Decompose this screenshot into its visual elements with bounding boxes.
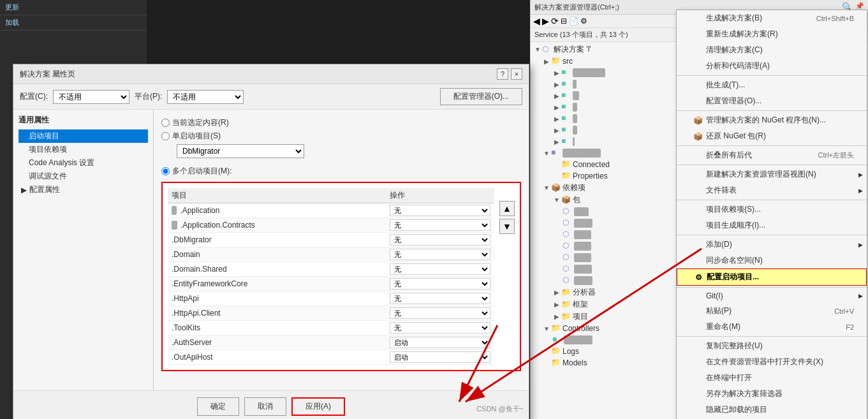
dialog-left-item-debugsources[interactable]: 调试源文件 — [18, 170, 148, 183]
table-cell-action-5: 无启动不启动 — [386, 262, 494, 277]
context-menu-item-build[interactable]: 生成解决方案(B) Ctrl+Shift+B — [677, 10, 867, 26]
context-menu-item-git[interactable]: Git(I) — [677, 289, 867, 303]
radio-current-label[interactable]: 当前选定内容(R) — [161, 117, 521, 128]
tree-framework-label: 框架 — [573, 299, 588, 310]
context-menu-item-openterminal[interactable]: 在终端中打开 — [677, 370, 867, 386]
table-cell-proj-8: .HttpApi.Client — [168, 306, 386, 321]
single-project-select[interactable]: DbMigrator — [177, 144, 304, 158]
dialog-titlebar-buttons: ? × — [497, 68, 522, 80]
action-select-5[interactable]: 无启动不启动 — [390, 263, 490, 275]
action-select-4[interactable]: 无启动不启动 — [390, 249, 490, 260]
apply-button[interactable]: 应用(A) — [291, 397, 345, 416]
radio-multi-label[interactable]: 多个启动项目(M): — [161, 166, 521, 177]
cs-icon-2: ■ — [561, 79, 571, 89]
context-menu-item-batch[interactable]: 批生成(T)... — [677, 77, 867, 93]
show-all-files-icon[interactable]: 📄 — [569, 17, 578, 26]
radio-multi-input[interactable] — [161, 167, 170, 175]
solution-explorer-title: 解决方案资源管理器(Ctrl+;) — [534, 3, 619, 12]
context-menu-item-configmgr[interactable]: 配置管理器(O)... — [677, 93, 867, 109]
back-icon[interactable]: ◀ — [533, 16, 540, 26]
dialog-left-title: 通用属性 — [18, 115, 148, 126]
dialog-config-select[interactable]: 不适用 — [53, 90, 129, 104]
table-cell-proj-10: .AuthServer — [168, 335, 386, 350]
context-menu-item-rebuild[interactable]: 重新生成解决方案(R) — [677, 26, 867, 42]
pkg-icon-5: ⬡ — [563, 253, 573, 263]
context-menu-item-nuget[interactable]: 📦 管理解决方案的 NuGet 程序包(N)... — [677, 112, 867, 128]
radio-single-label[interactable]: 单启动项目(S) — [161, 131, 521, 142]
dialog-help-button[interactable]: ? — [497, 68, 508, 80]
collapse-icon[interactable]: ⊟ — [561, 17, 567, 26]
context-menu-item-collapse[interactable]: 折叠所有后代 Ctrl+左箭头 — [677, 147, 867, 163]
context-menu-item-rename[interactable]: 重命名(M) F2 — [677, 319, 867, 335]
table-cell-action-2: 无启动不启动 — [386, 218, 494, 233]
action-select-3[interactable]: 无启动不启动 — [390, 234, 490, 246]
table-cell-action-10: 无启动不启动 — [386, 335, 494, 350]
action-select-11[interactable]: 无启动不启动 — [390, 351, 490, 363]
ide-tab-1: 更新 — [0, 0, 147, 15]
context-menu-item-filefilter[interactable]: 文件筛表 — [677, 182, 867, 198]
context-menu-label-filefilter: 文件筛表 — [706, 185, 737, 196]
context-menu-item-config-startup[interactable]: ⚙ 配置启动项目... — [677, 268, 867, 286]
radio-single-input[interactable] — [161, 132, 170, 140]
tree-analyzer-label: 分析器 — [573, 287, 596, 298]
tree-item-label-blurred: ArryVueS — [573, 68, 605, 77]
table-cell-proj-9: .ToolKits — [168, 321, 386, 335]
context-menu-item-paste[interactable]: 粘贴(P) Ctrl+V — [677, 303, 867, 319]
properties-icon[interactable]: ⚙ — [580, 17, 587, 26]
dialog-platform-select[interactable]: 不适用 — [167, 90, 244, 104]
dialog-left-item-codeanalysis[interactable]: Code Analysis 设置 — [18, 156, 148, 170]
action-select-1[interactable]: 无启动不启动 — [390, 205, 490, 216]
forward-icon[interactable]: ▶ — [542, 16, 549, 26]
action-select-2[interactable]: 无启动不启动 — [390, 219, 490, 231]
dialog-titlebar: 解决方案 屬性页 ? × — [13, 64, 529, 84]
context-menu-label-saveasfilter: 另存为解决方案筛选器 — [706, 388, 783, 399]
action-select-9[interactable]: 无启动不启动 — [390, 322, 490, 334]
context-menu-item-clean[interactable]: 清理解决方案(C) — [677, 42, 867, 58]
action-select-8[interactable]: 无启动不启动 — [390, 307, 490, 319]
dialog-config-manager-button[interactable]: 配置管理器(O)... — [440, 88, 522, 105]
context-menu-item-buildorder[interactable]: 项目生成顺序(I)... — [677, 217, 867, 233]
watermark: CSDN @鱼干~ — [476, 404, 524, 414]
dialog-left-item-configprops[interactable]: ▶ 配置属性 — [18, 183, 148, 196]
table-cell-proj-4: .Domain — [168, 247, 386, 262]
refresh-icon[interactable]: ⟳ — [551, 16, 559, 26]
context-menu-sep-8 — [677, 336, 867, 337]
tree-packages-label: 包 — [573, 195, 580, 205]
dialog-left-item-projdeps[interactable]: 项目依赖项 — [18, 143, 148, 156]
ok-button[interactable]: 确定 — [197, 397, 239, 416]
folder-icon: 📁 — [551, 56, 561, 66]
context-menu-item-copypath[interactable]: 复制完整路径(U) — [677, 338, 867, 354]
action-select-6[interactable]: 无启动不启动 — [390, 278, 490, 290]
context-menu-item-restore-nuget[interactable]: 📦 还原 NuGet 包(R) — [677, 128, 867, 144]
pkg-icon-2: ⬡ — [563, 218, 573, 228]
table-row-2: H .Application.Contracts 无启动不启动 — [168, 218, 494, 233]
context-menu-item-hideunloaded[interactable]: 隐藏已卸载的项目 — [677, 402, 867, 418]
move-up-button[interactable]: ▲ — [499, 201, 515, 216]
table-row: S .Application 无启动不启动 — [168, 203, 494, 218]
cancel-button[interactable]: 取消 — [244, 397, 286, 416]
radio-current-input[interactable] — [161, 119, 170, 127]
context-menu-item-new-view[interactable]: 新建解决方案资源管理器视图(N) — [677, 166, 867, 182]
context-menu-label-syncns: 同步命名空间(N) — [706, 255, 763, 266]
context-menu-sep-1 — [677, 75, 867, 76]
dialog-close-button[interactable]: × — [511, 68, 522, 80]
tree-pkg-label-4: Serik — [574, 242, 591, 251]
move-down-button[interactable]: ▼ — [499, 219, 515, 234]
context-menu-label-nuget: 管理解决方案的 NuGet 程序包(N)... — [706, 115, 826, 126]
pkg-icon-3: ⬡ — [563, 230, 573, 240]
context-menu-item-analyze[interactable]: 分析和代码清理(A) — [677, 58, 867, 74]
context-menu-label-git: Git(I) — [706, 291, 723, 300]
context-menu-label-batch: 批生成(T)... — [706, 80, 745, 91]
context-menu-item-projdeps[interactable]: 项目依赖项(S)... — [677, 202, 867, 217]
context-menu-item-add[interactable]: 添加(D) — [677, 237, 867, 253]
context-menu-label-analyze: 分析和代码清理(A) — [706, 61, 770, 71]
tree-question-label: question — [564, 335, 592, 344]
context-menu-item-openfolder[interactable]: 在文件资源管理器中打开文件夹(X) — [677, 354, 867, 370]
dialog-left-item-startup[interactable]: 启动项目 — [18, 129, 148, 143]
tree-item-label-blurred-3: n. — [573, 91, 579, 100]
action-select-7[interactable]: 无启动不启动 — [390, 293, 490, 304]
context-menu-item-saveasfilter[interactable]: 另存为解决方案筛选器 — [677, 386, 867, 402]
action-select-10[interactable]: 无启动不启动 — [390, 337, 490, 348]
context-menu-item-syncns[interactable]: 同步命名空间(N) — [677, 253, 867, 268]
table-row-6: .EntityFrameworkCore 无启动不启动 — [168, 277, 494, 291]
